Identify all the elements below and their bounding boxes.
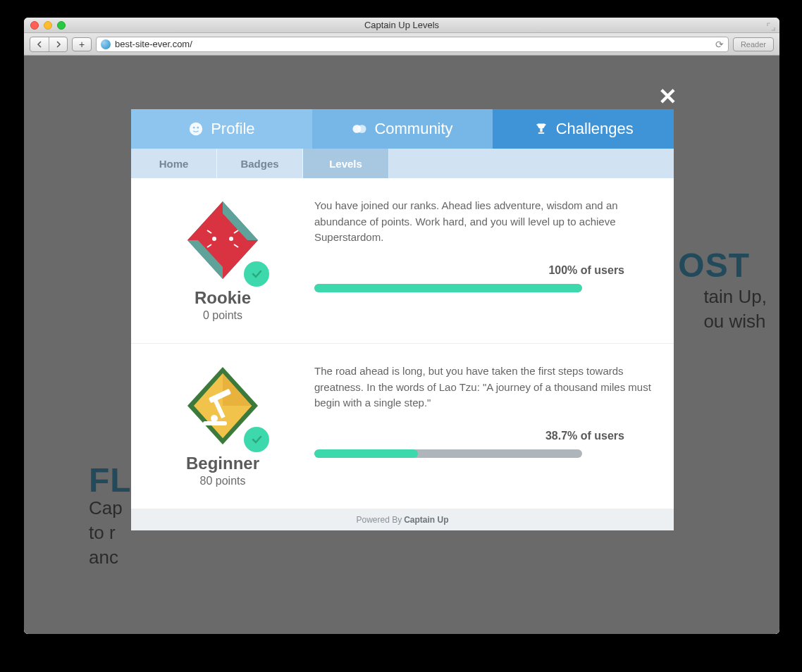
add-bookmark-button[interactable]: + [72, 37, 92, 51]
minimize-window-button[interactable] [44, 21, 52, 30]
footer-brand[interactable]: Captain Up [404, 515, 448, 525]
level-name: Beginner [186, 454, 259, 473]
level-name: Rookie [195, 288, 251, 308]
progress-label: 100% of users [314, 264, 653, 277]
beginner-badge-icon [180, 363, 265, 448]
url-text: best-site-ever.com/ [115, 39, 192, 49]
progress-bar [314, 284, 582, 292]
window-title: Captain Up Levels [24, 20, 779, 30]
maximize-window-button[interactable] [57, 21, 66, 30]
badge-column: Beginner 80 points [152, 363, 293, 487]
svg-point-4 [358, 125, 366, 133]
level-description: The road ahead is long, but you have tak… [314, 363, 653, 411]
level-info: The road ahead is long, but you have tak… [314, 363, 653, 487]
svg-rect-24 [203, 421, 227, 425]
svg-point-1 [193, 127, 195, 129]
sub-tab-home-label: Home [159, 158, 189, 170]
level-item: Rookie 0 points You have joined our rank… [131, 178, 674, 344]
progress-fill [314, 284, 582, 292]
sub-tab-home[interactable]: Home [131, 149, 217, 178]
tab-community[interactable]: Community [312, 109, 493, 149]
reader-button[interactable]: Reader [733, 37, 774, 51]
tab-community-label: Community [374, 120, 452, 138]
sub-tab-badges[interactable]: Badges [217, 149, 303, 178]
svg-point-12 [229, 237, 233, 241]
tab-challenges[interactable]: Challenges [493, 109, 674, 149]
svg-point-11 [212, 237, 216, 241]
level-description: You have joined our ranks. Ahead lies ad… [314, 198, 653, 246]
viewport: OST tain Up, ou wish FL Cap to r anc ✕ P… [24, 56, 779, 634]
svg-point-2 [197, 127, 199, 129]
svg-point-23 [211, 415, 218, 422]
badge-column: Rookie 0 points [152, 198, 293, 322]
tab-profile[interactable]: Profile [131, 109, 312, 149]
traffic-lights [24, 21, 66, 30]
levels-list: Rookie 0 points You have joined our rank… [131, 178, 674, 509]
back-button[interactable] [30, 37, 49, 51]
progress-fill [314, 449, 418, 458]
levels-modal: Profile Community Challenges Ho [131, 109, 674, 530]
profile-icon [188, 121, 204, 137]
tab-profile-label: Profile [211, 120, 254, 138]
main-tabs: Profile Community Challenges [131, 109, 674, 149]
url-bar[interactable]: best-site-ever.com/ ⟳ [96, 37, 729, 52]
titlebar: Captain Up Levels [24, 18, 779, 33]
sub-tabs: Home Badges Levels [131, 149, 674, 178]
browser-window: Captain Up Levels + best-site-ever.com/ … [24, 18, 779, 634]
level-points: 80 points [200, 475, 246, 487]
tab-challenges-label: Challenges [556, 120, 634, 138]
progress-bar [314, 449, 582, 458]
svg-point-0 [190, 123, 202, 135]
sub-tab-badges-label: Badges [240, 158, 278, 170]
sub-tab-levels[interactable]: Levels [303, 149, 389, 178]
check-icon [244, 261, 269, 287]
modal-footer: Powered By Captain Up [131, 509, 674, 530]
close-window-button[interactable] [30, 21, 39, 30]
reader-label: Reader [741, 40, 766, 49]
progress-label: 38.7% of users [314, 430, 653, 442]
community-icon [352, 121, 367, 137]
rookie-badge-icon [180, 198, 265, 282]
level-item: Beginner 80 points The road ahead is lon… [131, 344, 674, 509]
sub-tab-levels-label: Levels [329, 158, 362, 170]
browser-toolbar: + best-site-ever.com/ ⟳ Reader [24, 33, 779, 56]
nav-buttons [30, 37, 68, 52]
check-icon [244, 427, 269, 452]
level-points: 0 points [203, 309, 242, 322]
footer-prefix: Powered By [356, 515, 402, 525]
close-modal-button[interactable]: ✕ [658, 85, 677, 108]
globe-icon [101, 39, 111, 49]
forward-button[interactable] [49, 37, 67, 51]
refresh-icon[interactable]: ⟳ [715, 39, 724, 50]
trophy-icon [533, 121, 549, 137]
level-info: You have joined our ranks. Ahead lies ad… [314, 198, 653, 322]
expand-icon[interactable] [767, 21, 775, 30]
